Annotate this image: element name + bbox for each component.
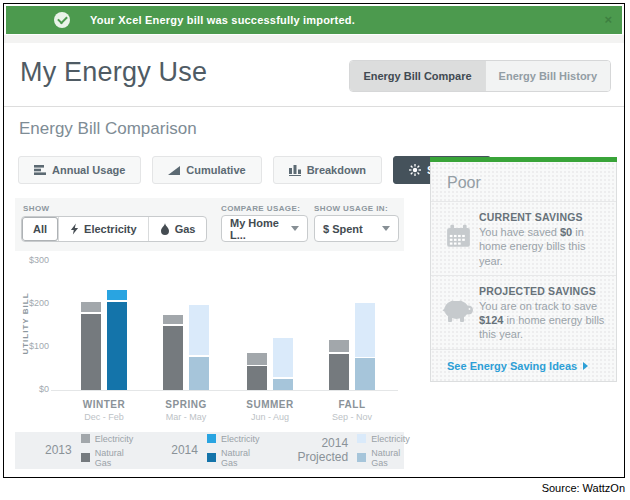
app-window: Your Xcel Energy bill was successfully i… [0,0,630,500]
segment-natural-gas [189,357,209,390]
annual-usage-icon [34,164,46,176]
bar-summer-2014-projected[interactable] [273,338,293,390]
legend-series-label: 2014 [171,444,198,457]
legend-item: Electricity [357,434,410,444]
show-filter-group: All Electricity Gas [21,216,207,242]
segment-natural-gas [329,354,349,390]
filter-bar: SHOW All Electricity Gas COMPARE USAGE: … [15,198,404,251]
legend-swatch [357,434,366,443]
legend-swatch [207,434,216,443]
header-divider-strip [4,35,624,43]
tab-breakdown[interactable]: Breakdown [273,156,382,184]
current-savings-text: You have saved $0 in home energy bills t… [479,225,606,268]
legend-swatch [207,453,216,462]
legend-item-label: Electricity [371,434,410,444]
lightning-icon [70,223,79,235]
legend-item-label: Electricity [221,434,260,444]
bar-fall-2013[interactable] [329,340,349,391]
banner-message: Your Xcel Energy bill was successfully i… [90,14,355,26]
filter-gas-label: Gas [175,223,196,235]
legend-item: Natural Gas [207,448,260,468]
source-attribution: Source: WattzOn [542,482,625,494]
close-icon[interactable]: × [604,12,612,27]
tab-label: Breakdown [307,164,366,176]
legend-item: Electricity [81,434,134,444]
seasonal-icon [409,164,421,176]
segment-natural-gas [107,302,127,390]
bar-summer-2013[interactable] [247,353,267,390]
segment-electricity [107,290,127,301]
cumulative-icon [168,164,180,176]
energy-bill-history-button[interactable]: Energy Bill History [485,61,610,91]
filter-all-button[interactable]: All [22,217,58,241]
rating-label: Poor [431,162,616,202]
tab-cumulative[interactable]: Cumulative [152,156,261,184]
current-savings-title: CURRENT SAVINGS [479,211,606,223]
calendar-icon [445,223,472,249]
bar-winter-2013[interactable] [81,302,101,390]
bar-spring-2014-projected[interactable] [189,305,209,390]
legend-series-label: 2013 [45,444,72,457]
segment-natural-gas [247,366,267,390]
show-filter-label: SHOW [23,204,50,213]
compare-usage-value: My Home L... [230,217,285,241]
segment-electricity [81,302,101,313]
x-axis-months-label: Dec - Feb [64,412,144,422]
segment-electricity [329,340,349,353]
x-axis-months-label: Mar - May [146,412,226,422]
x-axis-months-label: Sep - Nov [312,412,392,422]
chevron-down-icon [382,226,390,231]
x-axis-months-label: Jun - Aug [230,412,310,422]
y-axis-tick: $100 [19,341,49,351]
compare-usage-dropdown[interactable]: My Home L... [221,215,308,242]
page-header: My Energy Use Energy Bill Compare Energy… [4,43,624,107]
energy-bill-compare-button[interactable]: Energy Bill Compare [350,61,484,91]
segment-electricity [247,353,267,365]
segment-natural-gas [163,326,183,391]
segment-electricity [355,303,375,356]
bar-winter-2014[interactable] [107,290,127,390]
success-banner: Your Xcel Energy bill was successfully i… [6,6,622,34]
tab-label: Cumulative [186,164,245,176]
filter-electricity-button[interactable]: Electricity [58,217,148,241]
segment-electricity [189,305,209,356]
legend-item-label: Natural Gas [95,448,134,468]
x-axis-category-label: SPRING [146,399,226,410]
piggy-bank-icon [442,297,474,323]
savings-rating-card: Poor CURRENT SAVINGS You have saved $0 i… [430,157,617,382]
show-usage-in-dropdown[interactable]: $ Spent [314,215,399,242]
filter-electricity-label: Electricity [84,223,137,235]
segment-natural-gas [81,314,101,390]
y-axis-tick: $200 [19,298,49,308]
breakdown-icon [289,164,301,176]
x-axis-category-label: FALL [312,399,392,410]
section-title: Energy Bill Comparison [19,119,197,139]
check-circle-icon [54,12,70,28]
compare-usage-label: COMPARE USAGE: [221,204,300,213]
legend-swatch [81,453,90,462]
legend-group-2014-projected: 2014Projected Electricity Natural Gas [297,434,409,468]
legend-item: Natural Gas [81,448,134,468]
current-savings-section: CURRENT SAVINGS You have saved $0 in hom… [431,202,616,276]
bar-spring-2013[interactable] [163,315,183,390]
chart-legend: 2013 Electricity Natural Gas 2014 Electr… [15,432,404,469]
bar-fall-2014-projected[interactable] [355,303,375,390]
y-axis-tick: $300 [19,255,49,265]
x-axis-category-label: WINTER [64,399,144,410]
projected-savings-title: PROJECTED SAVINGS [479,285,606,297]
legend-item-label: Natural Gas [221,448,260,468]
legend-item: Natural Gas [357,448,410,468]
x-axis-line [51,390,398,391]
tab-label: Annual Usage [52,164,125,176]
tab-annual-usage[interactable]: Annual Usage [18,156,141,184]
legend-group-2014: 2014 Electricity Natural Gas [171,434,259,468]
legend-item-label: Electricity [95,434,134,444]
filter-gas-button[interactable]: Gas [148,217,207,241]
projected-savings-text: You are on track to save $124 in home en… [479,299,606,342]
energy-saving-ideas-link[interactable]: See Energy Saving Ideas [431,350,616,382]
seasonal-bar-chart: UTILITY BILL $0$100$200$300WINTERDec - F… [15,251,404,436]
segment-electricity [273,338,293,378]
legend-swatch [357,453,366,462]
legend-item: Electricity [207,434,260,444]
legend-swatch [81,434,90,443]
